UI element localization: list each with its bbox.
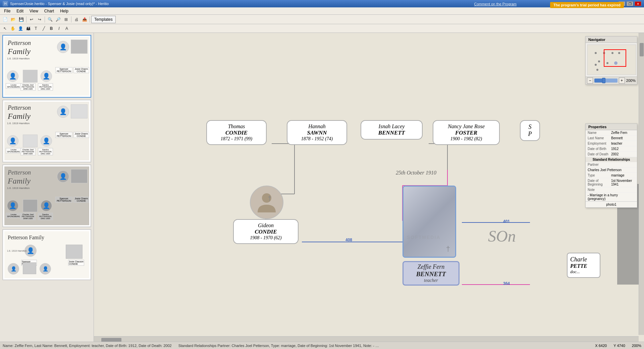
status-relationships-info: Standard Relationships Partner: Charles … [178, 344, 380, 348]
tmpl2-name-sandra: SandraPETTERSON1861-1920 [38, 148, 53, 155]
marriage-date-label: 25th October 1910 [396, 170, 436, 176]
statusbar: Name: Zeffie Fern, Last Name: Bennett, E… [0, 342, 644, 349]
menu-chart[interactable]: Chart [42, 8, 57, 14]
redo-button[interactable]: ↪ [36, 16, 43, 23]
horizontal-scroll-thumb[interactable] [101, 338, 121, 342]
connectors-svg [94, 33, 644, 342]
italic-btn[interactable]: I [55, 25, 63, 32]
zoom-out-nav-button[interactable]: − [587, 78, 593, 84]
bold-btn[interactable]: B [48, 25, 55, 32]
navigator-content[interactable] [586, 43, 637, 77]
isnah-node[interactable]: Isnah Lacey BENNETT [361, 120, 423, 140]
unknown-person-circle[interactable]: † [250, 186, 283, 219]
undo-button[interactable]: ↩ [28, 16, 35, 23]
toolbar: 📄 📂 💾 ↩ ↪ 🔍 🔎 ⊞ 🖨 📤 Templates [0, 15, 644, 24]
template-item-4[interactable]: Petterson Family 👤 SpencerPETTERSON Josi… [2, 229, 91, 280]
vertical-scrollbar[interactable] [639, 33, 644, 335]
tmpl3-rect-2 [23, 199, 38, 212]
svg-point-24 [596, 69, 598, 71]
tmpl3-name-charles: Charles JoelPETTERSON1858-1920 [20, 213, 36, 220]
prop-photo-label: photo1 [586, 201, 637, 207]
isnah-name: Isnah Lacey [366, 123, 417, 130]
family-tool[interactable]: 👪 [24, 25, 32, 32]
zoom-fit-button[interactable]: ⊞ [62, 16, 70, 23]
print-button[interactable]: 🖨 [73, 16, 80, 23]
menu-edit[interactable]: Edit [14, 8, 26, 14]
horizontal-scrollbar[interactable] [94, 336, 639, 342]
template-item-1[interactable]: Petterson Family 👤 SpencerPETTERSON Josi… [2, 35, 91, 98]
canvas-area[interactable]: Thomas CONDIE 1872 - 1971 (99) Hannah SA… [94, 33, 644, 342]
tmpl-rect-2 [23, 70, 38, 83]
prop-note-label-row: Note [586, 187, 637, 193]
partial-node[interactable]: S P [520, 120, 540, 141]
zoom-in-button[interactable]: 🔍 [46, 16, 54, 23]
charles-partial-surname: PETTE [570, 263, 597, 269]
navigator-footer: − + 200% [586, 77, 637, 84]
vertical-scroll-thumb[interactable] [640, 43, 644, 56]
zoom-in-nav-button[interactable]: + [619, 78, 625, 84]
charles-partial-node[interactable]: Charle PETTE doc... [567, 253, 600, 278]
export-button[interactable]: 📤 [81, 16, 88, 23]
prop-partner-header-row: Partner [586, 162, 637, 167]
menu-file[interactable]: File [1, 8, 13, 14]
save-button[interactable]: 💾 [17, 16, 25, 23]
nancy-node[interactable]: Nancy Jane Rose FOSTER 1900 - 1982 (82) [433, 120, 500, 145]
tmpl-date: 1.6. 1919 Hamilton [7, 57, 30, 60]
trial-banner: The program's trial period has expired [550, 2, 624, 8]
zeffie-name-node[interactable]: Zeffie Fern BENNETT teacher [402, 261, 460, 286]
thomas-node[interactable]: Thomas CONDIE 1872 - 1971 (99) [206, 120, 267, 145]
hand-tool[interactable]: ✋ [9, 25, 16, 32]
icon-toolbar: ↖ ✋ 👤 👪 T ╱ B I A [0, 24, 644, 33]
tmpl3-name-spencer: SpencerPETTERSON [55, 197, 72, 203]
prop-note-value: - Marriage in a hurry (pregnancy) [586, 193, 637, 201]
tmpl2-rect-2 [23, 135, 38, 147]
new-button[interactable]: 📄 [1, 16, 9, 23]
tmpl-name-josie: Josie CharmCONDIE [73, 67, 89, 73]
templates-button[interactable]: Templates [91, 16, 116, 23]
svg-point-18 [611, 52, 613, 54]
prop-name-value: Zeffie Fern [611, 131, 635, 135]
line-tool[interactable]: ╱ [40, 25, 47, 32]
prop-date-begin-row: Date of Beginning 1st November 1941 [586, 178, 637, 187]
tmpl-rect2-1 [71, 104, 88, 118]
sep2 [45, 16, 45, 22]
open-button[interactable]: 📂 [9, 16, 17, 23]
status-person-info: Name: Zeffie Fern, Last Name: Bennett, E… [3, 344, 172, 348]
menubar: File Edit View Chart Help [0, 7, 644, 15]
tmpl-circle2-1: 👤 [57, 106, 69, 118]
comment-link[interactable]: Comment on the Program [474, 2, 517, 6]
app-icon: H [3, 1, 8, 6]
prop-dod-row: Date of Death 2002 [586, 152, 637, 157]
person-tool[interactable]: 👤 [17, 25, 24, 32]
templates-panel[interactable]: Petterson Family 👤 SpencerPETTERSON Josi… [0, 33, 94, 342]
template-item-2[interactable]: Petterson Family 👤 SpencerPETTERSON Josi… [2, 100, 91, 162]
prop-employment-label: Employment [588, 142, 611, 145]
window-title: Spenser/Josie.heritio - Spenser & Josie … [10, 2, 109, 6]
silhouette-svg: † [255, 191, 278, 214]
menu-view[interactable]: View [27, 8, 41, 14]
tmpl-name-spencer: SpencerPETTERSON [55, 67, 72, 73]
tmpl-title-1: Petterson [8, 40, 31, 47]
restore-button[interactable]: ❐ [627, 1, 633, 6]
status-coords: X 6420 Y 4740 200% [595, 344, 641, 348]
svg-point-21 [614, 61, 618, 65]
menu-help[interactable]: Help [57, 8, 71, 14]
zeffie-surname: BENNETT [404, 270, 459, 278]
tmpl-circle-3: 👤 [41, 70, 52, 82]
tmpl-subtitle-3: Family [8, 177, 31, 186]
softmedia-watermark: SOFTMEDIA [407, 235, 440, 240]
zoom-slider[interactable] [594, 79, 618, 83]
tmpl3-name-louise: LouiseSPONGBERG [6, 213, 21, 218]
select-tool[interactable]: ↖ [1, 25, 9, 32]
svg-point-22 [606, 62, 608, 64]
gideon-node[interactable]: Gideon CONDIE 1908 - 1970 (62) [233, 219, 299, 244]
text-tool[interactable]: T [32, 25, 40, 32]
zeffie-photo-node[interactable]: SOFTMEDIA † [402, 186, 456, 258]
zeffie-first-name: Zeffie Fern [404, 262, 459, 270]
close-button[interactable]: ✕ [635, 1, 641, 6]
properties-scroll[interactable]: Name Zeffie Fern Last Name Bennett Emplo… [586, 130, 637, 207]
color-btn[interactable]: A [63, 25, 70, 32]
template-item-3[interactable]: Petterson Family 👤 SpencerPETTERSON Josi… [2, 164, 91, 227]
hannah-node[interactable]: Hannah SAWNN 1878 - 1952 (74) [287, 120, 347, 145]
zoom-out-button[interactable]: 🔎 [54, 16, 62, 23]
